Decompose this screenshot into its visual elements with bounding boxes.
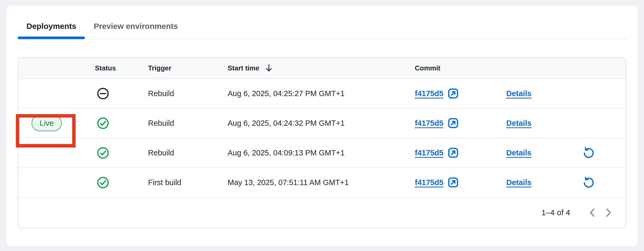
deployments-table: Status Trigger Start time Commit [18,57,626,228]
start-time-cell: May 13, 2025, 07:51:11 AM GMT+1 [227,178,414,187]
check-circle-icon [97,176,109,189]
trigger-cell: Rebuild [148,149,227,157]
commit-link[interactable]: f4175d5 [415,149,443,157]
chevron-right-icon [605,208,613,217]
tab-deployments[interactable]: Deployments [18,22,85,39]
header-status: Status [91,64,148,72]
header-start-time[interactable]: Start time [227,64,414,72]
sort-descending-icon [265,64,273,72]
commit-link[interactable]: f4175d5 [415,89,443,98]
external-link-icon [448,118,459,129]
pager-controls [584,204,617,221]
start-time-cell: Aug 6, 2025, 04:09:13 PM GMT+1 [227,149,414,157]
table-body: Rebuild Aug 6, 2025, 04:25:27 PM GMT+1 f… [18,79,626,198]
previous-page-button[interactable] [584,204,600,221]
external-link-icon [448,88,459,99]
trigger-cell: Rebuild [148,119,227,128]
table-header-row: Status Trigger Start time Commit [18,58,626,79]
header-commit: Commit [414,64,506,72]
details-link[interactable]: Details [506,149,531,157]
details-link[interactable]: Details [506,119,531,128]
commit-link[interactable]: f4175d5 [415,178,443,187]
start-time-cell: Aug 6, 2025, 04:25:27 PM GMT+1 [227,89,414,98]
next-page-button[interactable] [600,204,617,221]
commit-link[interactable]: f4175d5 [415,119,443,128]
tab-preview-environments-label: Preview environments [94,22,178,30]
commit-link-label: f4175d5 [415,178,443,187]
tab-deployments-label: Deployments [26,22,76,30]
deployment-row: First build May 13, 2025, 07:51:11 AM GM… [18,168,626,198]
details-link[interactable]: Details [506,178,531,187]
tab-bar: Deployments Preview environments [18,5,626,39]
retry-button[interactable] [582,176,595,189]
live-badge: Live [31,115,62,131]
commit-link-label: f4175d5 [415,119,443,127]
retry-button[interactable] [582,146,595,159]
chevron-left-icon [588,208,596,217]
check-circle-icon [97,147,109,159]
external-link-icon [448,177,459,188]
commit-link-label: f4175d5 [415,149,443,157]
deployments-panel: Deployments Preview environments Status … [6,5,638,246]
tab-preview-environments[interactable]: Preview environments [85,22,186,39]
retry-icon [582,176,595,189]
trigger-cell: Rebuild [148,89,227,98]
header-start-time-label: Start time [228,64,259,72]
details-link[interactable]: Details [506,89,531,98]
pagination-range: 1–4 of 4 [541,208,570,217]
trigger-cell: First build [148,178,227,187]
pagination-bar: 1–4 of 4 [18,198,626,228]
deployment-row: Live Rebuild Aug 6, 2025, 04:24:32 PM GM… [18,109,626,138]
deployment-row: Rebuild Aug 6, 2025, 04:09:13 PM GMT+1 f… [18,138,626,168]
start-time-cell: Aug 6, 2025, 04:24:32 PM GMT+1 [227,119,414,128]
commit-link-label: f4175d5 [415,89,443,98]
check-circle-icon [97,117,109,129]
header-trigger: Trigger [148,64,227,72]
retry-icon [582,146,595,159]
deployment-row: Rebuild Aug 6, 2025, 04:25:27 PM GMT+1 f… [18,79,626,109]
external-link-icon [448,147,459,158]
minus-circle-icon [97,87,109,100]
